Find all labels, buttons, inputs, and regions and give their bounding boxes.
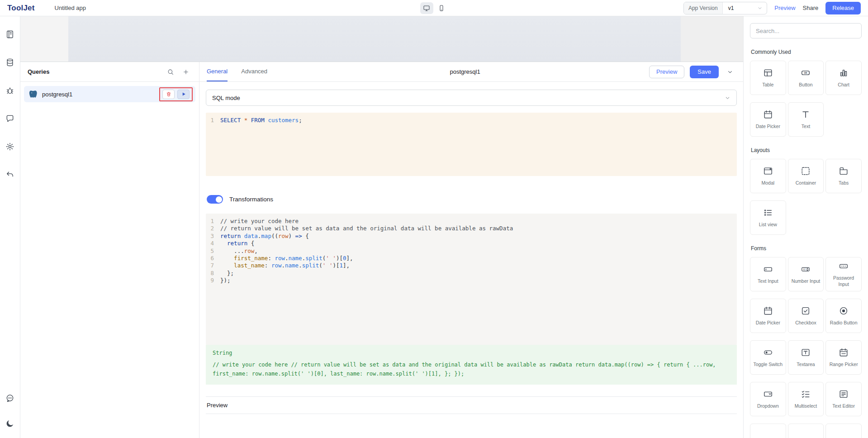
- widget-card-checkbox[interactable]: Checkbox: [788, 299, 824, 333]
- widget-card-partial[interactable]: [825, 424, 862, 438]
- sidebar-pages-button[interactable]: [3, 27, 17, 42]
- svg-text:OK: OK: [804, 72, 808, 74]
- postgresql-icon: [28, 90, 38, 99]
- app-canvas[interactable]: [20, 16, 743, 62]
- widget-card-dropdown[interactable]: Dropdown: [750, 382, 786, 416]
- widget-card-text-input[interactable]: Text Input: [750, 257, 786, 291]
- widget-label: Text: [799, 124, 812, 129]
- widget-grid-partial: [750, 424, 862, 438]
- canvas-widget[interactable]: [68, 16, 681, 62]
- widget-label: Radio Button: [828, 320, 860, 326]
- checkbox-icon: [801, 306, 811, 316]
- header-actions: App Version v1 Preview Share Release: [683, 2, 861, 14]
- share-button[interactable]: Share: [803, 5, 819, 11]
- chart-icon: [839, 68, 849, 78]
- line-number: 5: [206, 248, 220, 255]
- release-button[interactable]: Release: [825, 2, 861, 14]
- delete-query-button[interactable]: [162, 90, 175, 99]
- tab-general[interactable]: General: [207, 62, 228, 81]
- calendar-icon: [763, 306, 773, 316]
- sql-code-editor[interactable]: 1SELECT * FROM customers;: [206, 113, 737, 176]
- widget-card-multiselect[interactable]: Multiselect: [788, 382, 824, 416]
- sidebar-back-button[interactable]: [3, 167, 17, 182]
- transformation-code-editor[interactable]: 1// write your code here2// return value…: [206, 214, 737, 345]
- add-query-button[interactable]: [180, 66, 192, 78]
- widget-search-input[interactable]: [750, 23, 862, 38]
- widget-card-password-input[interactable]: Password Input: [825, 257, 862, 291]
- widget-card-partial[interactable]: [750, 424, 786, 438]
- code-line: 7 last_name: row.name.split(' ')[1],: [206, 262, 737, 269]
- code-line: 6 first_name: row.name.split(' ')[0],: [206, 255, 737, 262]
- code-line: 8 };: [206, 270, 737, 277]
- search-queries-button[interactable]: [165, 66, 176, 78]
- editor-actions: Preview Save: [649, 66, 736, 78]
- editor-tab-bar: GeneralAdvanced: [207, 62, 281, 81]
- app-version-select[interactable]: App Version v1: [683, 2, 767, 14]
- app-name[interactable]: Untitled app: [55, 5, 86, 11]
- widget-card-date-picker[interactable]: Date Picker: [750, 299, 786, 333]
- widget-card-table[interactable]: Table: [750, 61, 786, 95]
- widget-card-button[interactable]: OKButton: [788, 61, 824, 95]
- desktop-view-button[interactable]: [420, 2, 433, 14]
- tooljet-logo: ToolJet: [7, 4, 35, 13]
- widget-card-date-picker[interactable]: Date Picker: [750, 102, 786, 137]
- widget-card-range-picker[interactable]: Range Picker: [825, 340, 862, 375]
- widget-label: Text Input: [755, 278, 781, 284]
- sidebar-datasources-button[interactable]: [3, 55, 17, 70]
- widget-card-chart[interactable]: Chart: [825, 61, 862, 95]
- widget-label: Date Picker: [754, 124, 783, 129]
- widget-section-title: Commonly Used: [751, 49, 861, 55]
- code-text: });: [220, 277, 231, 284]
- code-text: return data.map((row) => {: [220, 233, 309, 240]
- widget-card-radio-button[interactable]: Radio Button: [825, 299, 862, 333]
- sidebar-comments-button[interactable]: [3, 111, 17, 126]
- widget-card-list-view[interactable]: List view: [750, 200, 786, 235]
- query-list-item[interactable]: postgresql1: [24, 86, 195, 102]
- queries-title: Queries: [28, 68, 49, 75]
- widget-section-title: Forms: [751, 245, 861, 252]
- sidebar-help-chat-button[interactable]: [3, 391, 17, 405]
- query-mode-select[interactable]: SQL mode: [206, 90, 737, 106]
- sidebar-dark-mode-button[interactable]: [3, 416, 17, 431]
- dropdown-icon: [763, 389, 773, 399]
- device-toggle: [420, 2, 448, 14]
- preview-section-header[interactable]: Preview: [206, 396, 737, 414]
- widget-label: Modal: [759, 180, 777, 186]
- query-name: postgresql1: [42, 91, 72, 98]
- widget-card-tabs[interactable]: Tabs: [825, 159, 862, 193]
- radio-icon: [839, 306, 849, 316]
- widget-card-container[interactable]: Container: [788, 159, 824, 193]
- collapse-editor-button[interactable]: [724, 66, 736, 78]
- widget-section: Commonly UsedTableOKButtonChartDate Pick…: [750, 49, 862, 137]
- query-save-button[interactable]: Save: [690, 66, 719, 78]
- code-text: first_name: row.name.split(' ')[0],: [220, 255, 353, 262]
- widget-card-text-editor[interactable]: Text Editor: [825, 382, 862, 416]
- mobile-view-button[interactable]: [435, 2, 448, 14]
- transformations-toggle[interactable]: [207, 195, 223, 204]
- line-number: 6: [206, 255, 220, 262]
- play-icon: [181, 91, 186, 97]
- widget-card-toggle-switch[interactable]: Toggle Switch: [750, 340, 786, 375]
- widget-card-partial[interactable]: [788, 424, 824, 438]
- toggle-icon: [763, 348, 773, 357]
- widget-card-textarea[interactable]: Textarea: [788, 340, 824, 375]
- button-icon: OK: [801, 68, 811, 78]
- top-header: ToolJet Untitled app App Version v1 Prev…: [0, 0, 868, 16]
- widget-card-modal[interactable]: Modal: [750, 159, 786, 193]
- sidebar-settings-button[interactable]: [3, 139, 17, 154]
- texteditor-icon: [839, 389, 849, 399]
- trash-icon: [166, 91, 171, 97]
- code-line: 5 ...row,: [206, 248, 737, 255]
- preview-app-button[interactable]: Preview: [774, 5, 795, 11]
- canvas-margin: [20, 16, 68, 62]
- sidebar-debugger-button[interactable]: [3, 83, 17, 98]
- code-text: SELECT * FROM customers;: [220, 117, 302, 124]
- container-icon: [801, 166, 811, 176]
- run-query-button[interactable]: [177, 90, 190, 99]
- widgets-panel: Commonly UsedTableOKButtonChartDate Pick…: [743, 16, 868, 438]
- tab-advanced[interactable]: Advanced: [241, 62, 267, 81]
- query-preview-button[interactable]: Preview: [649, 66, 684, 78]
- widget-label: Container: [793, 180, 819, 186]
- widget-card-text[interactable]: Text: [788, 102, 824, 137]
- widget-card-number-input[interactable]: 12Number Input: [788, 257, 824, 291]
